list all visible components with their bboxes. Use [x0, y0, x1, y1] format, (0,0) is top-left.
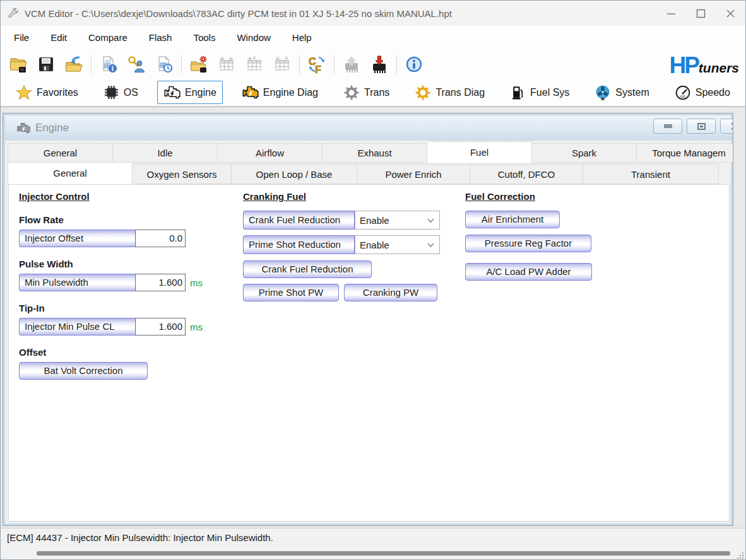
menu-flash[interactable]: Flash — [138, 26, 183, 50]
prime-shot-reduction-enable-label[interactable]: Prime Shot Reduction — [243, 235, 355, 254]
menu-compare[interactable]: Compare — [78, 26, 138, 50]
subtab-cutoff-dfco[interactable]: Cutoff, DFCO — [470, 164, 583, 184]
fan-icon — [595, 85, 611, 101]
menu-tools[interactable]: Tools — [182, 26, 226, 50]
prime-shot-reduction-enable-row: Prime Shot Reduction Enable — [243, 235, 440, 254]
cranking-pw-button[interactable]: Cranking PW — [344, 284, 437, 301]
menu-window[interactable]: Window — [226, 26, 281, 50]
maximize-button[interactable] — [686, 1, 716, 26]
scrollbar-thumb[interactable] — [37, 551, 730, 556]
open-file-button[interactable] — [4, 51, 32, 78]
close-icon — [726, 9, 735, 18]
engine-icon — [16, 121, 30, 135]
nav-label: Trans — [364, 87, 389, 98]
air-enrichment-button[interactable]: Air Enrichment — [465, 211, 560, 228]
info-icon — [405, 55, 423, 74]
injector-min-pulse-value[interactable]: 1.600 — [135, 318, 186, 335]
file-info-button[interactable] — [95, 51, 122, 78]
subtab-oxygen-sensors[interactable]: Oxygen Sensors — [132, 164, 232, 184]
selected-value: Enable — [360, 215, 389, 226]
bat-volt-correction-button[interactable]: Bat Volt Correction — [19, 362, 148, 380]
selected-value: Enable — [360, 240, 389, 250]
tab-exhaust[interactable]: Exhaust — [322, 143, 427, 163]
resize-grip[interactable] — [737, 552, 743, 559]
vehicle-license-button[interactable] — [122, 51, 150, 78]
menu-bar: File Edit Compare Flash Tools Window Hel… — [1, 26, 745, 50]
toolbar: C F — [1, 50, 745, 79]
injector-min-pulse-button[interactable]: Injector Min Pulse CL — [19, 318, 135, 335]
tab-airflow[interactable]: Airflow — [217, 143, 323, 163]
pressure-reg-factor-button[interactable]: Pressure Reg Factor — [465, 235, 591, 252]
menu-file[interactable]: File — [3, 26, 40, 50]
write-vehicle-button[interactable] — [365, 51, 393, 78]
crank-fuel-reduction-enable-label[interactable]: Crank Fuel Reduction — [243, 211, 355, 230]
file-info-icon — [99, 55, 118, 74]
subtab-general[interactable]: General — [8, 162, 133, 184]
nav-fuel-sys[interactable]: Fuel Sys — [504, 81, 576, 103]
tab-general[interactable]: General — [8, 143, 113, 163]
pulse-width-label: Pulse Width — [19, 259, 216, 269]
subtab-transient[interactable]: Transient — [583, 164, 719, 184]
minimize-icon — [664, 124, 672, 128]
table-button-1[interactable] — [213, 51, 240, 78]
table-button-3[interactable] — [268, 51, 296, 78]
category-nav-bar: Favorites OS Engine — [1, 79, 745, 107]
crank-fuel-reduction-enable-select[interactable]: Enable — [355, 211, 440, 230]
prime-shot-reduction-enable-select[interactable]: Enable — [355, 235, 440, 254]
injector-min-pulse-row: Injector Min Pulse CL 1.600 ms — [19, 318, 216, 335]
nav-speedo[interactable]: Speedo — [668, 81, 737, 104]
save-file-button[interactable] — [32, 51, 60, 78]
min-pulsewidth-button[interactable]: Min Pulsewidth — [19, 274, 135, 291]
compare-file-icon — [189, 55, 208, 74]
menu-edit[interactable]: Edit — [40, 26, 78, 50]
file-clock-icon — [155, 55, 174, 74]
section-title: Injector Control — [19, 191, 216, 202]
engine-window-titlebar[interactable]: Engine — [5, 115, 731, 141]
close-button[interactable] — [716, 1, 745, 26]
nav-engine-diag[interactable]: Engine Diag — [235, 81, 324, 104]
write-chip-icon — [370, 55, 389, 74]
prime-shot-pw-button[interactable]: Prime Shot PW — [243, 284, 339, 301]
table-button-2[interactable] — [240, 51, 268, 78]
compare-file-button[interactable] — [185, 51, 213, 78]
injector-offset-value[interactable]: 0.0 — [135, 230, 186, 247]
min-pulsewidth-value[interactable]: 1.600 — [135, 274, 186, 291]
subtab-power-enrich[interactable]: Power Enrich — [357, 164, 470, 184]
vcm-info-button[interactable] — [400, 51, 428, 78]
tab-spark[interactable]: Spark — [531, 143, 637, 163]
flow-rate-label: Flow Rate — [19, 214, 216, 225]
app-titlebar: VCM Editor - C:\Users\dexje\Downloads\78… — [1, 1, 745, 26]
close-file-button[interactable] — [60, 51, 88, 78]
tab-fuel[interactable]: Fuel — [427, 141, 532, 163]
tab-idle[interactable]: Idle — [112, 143, 218, 163]
injector-min-pulse-unit: ms — [190, 322, 203, 332]
crank-fuel-reduction-enable-row: Crank Fuel Reduction Enable — [243, 211, 440, 230]
tip-in-label: Tip-In — [19, 303, 216, 313]
file-history-button[interactable] — [150, 51, 178, 78]
menu-help[interactable]: Help — [281, 26, 323, 50]
unit-converter-button[interactable]: C F — [303, 51, 331, 78]
child-close-button[interactable] — [720, 119, 733, 134]
subtab-open-loop-base[interactable]: Open Loop / Base — [231, 164, 357, 184]
fuel-general-panel: Injector Control Flow Rate Injector Offs… — [8, 184, 730, 522]
crank-fuel-reduction-button[interactable]: Crank Fuel Reduction — [243, 260, 372, 278]
nav-system[interactable]: System — [588, 81, 655, 104]
child-minimize-button[interactable] — [653, 119, 682, 134]
toolbar-separator — [396, 55, 397, 74]
nav-os[interactable]: OS — [97, 81, 145, 103]
ac-load-pw-adder-button[interactable]: A/C Load PW Adder — [465, 263, 592, 281]
tab-torque-management[interactable]: Torque Managem — [636, 143, 733, 163]
wrench-icon — [7, 7, 20, 20]
injector-offset-row: Injector Offset 0.0 — [19, 230, 216, 247]
nav-trans[interactable]: Trans — [337, 81, 396, 104]
nav-label: Fuel Sys — [530, 87, 569, 98]
injector-offset-button[interactable]: Injector Offset — [19, 230, 135, 247]
nav-favorites[interactable]: Favorites — [9, 81, 85, 104]
child-restore-button[interactable] — [687, 119, 716, 134]
nav-trans-diag[interactable]: Trans Diag — [408, 81, 491, 104]
minimize-button[interactable] — [656, 1, 686, 26]
read-vehicle-button[interactable] — [338, 51, 365, 78]
horizontal-scrollbar[interactable] — [1, 547, 745, 560]
nav-engine[interactable]: Engine — [157, 81, 223, 104]
table-icon — [245, 55, 264, 74]
